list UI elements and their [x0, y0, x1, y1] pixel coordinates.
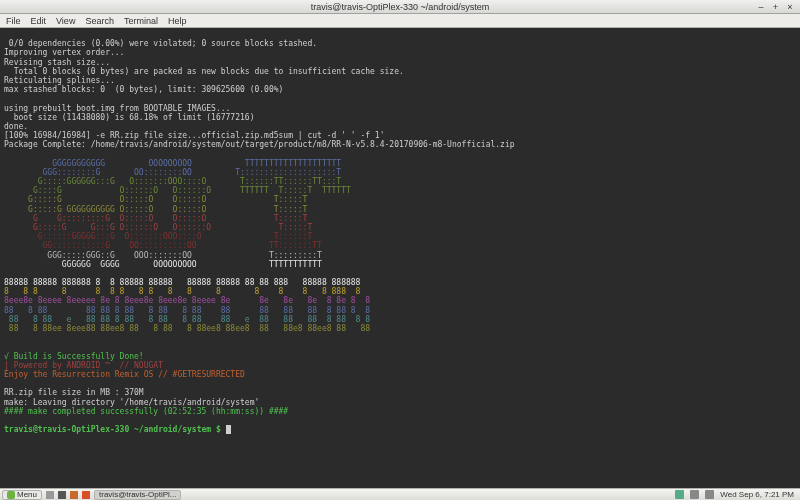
- terminal-launcher-icon[interactable]: [58, 491, 66, 499]
- rr-art-line: 88 8 88 e 88 88 8 88 8 88 8 88 88 e 88 8…: [4, 315, 370, 324]
- output-line: [100% 16984/16984] -e RR.zip file size..…: [4, 131, 385, 140]
- output-line: max stashed blocks: 0 (0 bytes), limit: …: [4, 85, 283, 94]
- show-desktop-icon[interactable]: [46, 491, 54, 499]
- window-controls: – + ×: [740, 2, 800, 12]
- ascii-art-line: G G:::::::::G O:::::O O:::::O T:::::T: [4, 214, 307, 223]
- ascii-art-line: GGGGGGGGGGG OOOOOOOOO TTTTTTTTTTTTTTTTTT…: [4, 159, 341, 168]
- rr-art-line: 88888 88888 888888 8 8 88888 88888 88888…: [4, 278, 360, 287]
- rr-art-line: 8 8 8 8 8 8 8 8 8 8 8 8 8 8 8 8 888 8: [4, 287, 360, 296]
- menu-file[interactable]: File: [6, 16, 21, 26]
- ascii-art-line: G:::::G O:::::O O:::::O T:::::T: [4, 195, 307, 204]
- minimize-button[interactable]: –: [755, 2, 767, 12]
- mint-logo-icon: [7, 491, 15, 499]
- build-success-line: √ Build is Successfully Done!: [4, 352, 144, 361]
- output-line: Improving vertex order...: [4, 48, 124, 57]
- maximize-button[interactable]: +: [769, 2, 781, 12]
- menu-view[interactable]: View: [56, 16, 75, 26]
- menu-edit[interactable]: Edit: [31, 16, 47, 26]
- cursor-icon: [226, 425, 231, 434]
- menu-terminal[interactable]: Terminal: [124, 16, 158, 26]
- menu-search[interactable]: Search: [85, 16, 114, 26]
- output-line: using prebuilt boot.img from BOOTABLE IM…: [4, 104, 230, 113]
- make-completed-line: #### make completed successfully (02:52:…: [4, 407, 288, 416]
- start-menu-button[interactable]: Menu: [2, 490, 42, 500]
- ascii-art-line: G:::::G GGGGGGGGGG O:::::O O:::::O T::::…: [4, 205, 307, 214]
- taskbar-app-terminal[interactable]: travis@travis-OptiPl...: [94, 490, 181, 500]
- output-line: boot size (11438080) is 68.18% of limit …: [4, 113, 254, 122]
- rr-art-line: 88 8 88ee 8eee88 88ee8 88 8 88 8 88ee8 8…: [4, 324, 370, 333]
- terminal-output[interactable]: 0/0 dependencies (0.00%) were violated; …: [0, 28, 800, 488]
- enjoy-line: Enjoy the Resurrection Remix OS // #GETR…: [4, 370, 245, 379]
- prompt-user-host: travis@travis-OptiPlex-330: [4, 425, 129, 434]
- ascii-art-line: G:::::G G:::G O::::::O O::::::O T:::::T: [4, 223, 312, 232]
- taskbar-app-label: travis@travis-OptiPl...: [99, 490, 176, 499]
- taskbar: Menu travis@travis-OptiPl... Wed Sep 6, …: [0, 488, 800, 500]
- ascii-art-line: GGGGGG GGGG OOOOOOOOO TTTTTTTTTTT: [4, 260, 322, 269]
- files-launcher-icon[interactable]: [70, 491, 78, 499]
- update-tray-icon[interactable]: [675, 490, 684, 499]
- clock[interactable]: Wed Sep 6, 7:21 PM: [720, 490, 794, 499]
- ascii-art-line: G::::::GGGGG:::G O:::::::OOO::::O T:::::…: [4, 232, 312, 241]
- menubar: File Edit View Search Terminal Help: [0, 14, 800, 28]
- close-button[interactable]: ×: [784, 2, 796, 12]
- ascii-art-line: G:::::GGGGGG:::G O:::::::OOO::::O T:::::…: [4, 177, 341, 186]
- rr-art-line: 8eee8e 8eeee 8eeeee 8e 8 8eee8e 8eee8e 8…: [4, 296, 370, 305]
- ascii-art-line: GGG:::::GGG::G OOO:::::::OO T:::::::::T: [4, 251, 322, 260]
- ascii-art-line: GGG::::::::G OO::::::::OO T:::::::::::::…: [4, 168, 341, 177]
- output-line: Total 0 blocks (0 bytes) are packed as n…: [4, 67, 404, 76]
- rr-art-line: 88 8 88 88 88 8 88 8 88 8 88 88 88 88 88…: [4, 306, 370, 315]
- output-line: 0/0 dependencies (0.00%) were violated; …: [4, 39, 317, 48]
- window-title: travis@travis-OptiPlex-330 ~/android/sys…: [60, 2, 740, 12]
- output-line: Revising stash size...: [4, 58, 110, 67]
- volume-tray-icon[interactable]: [705, 490, 714, 499]
- output-line: Reticulating splines...: [4, 76, 115, 85]
- network-tray-icon[interactable]: [690, 490, 699, 499]
- window-titlebar: travis@travis-OptiPlex-330 ~/android/sys…: [0, 0, 800, 14]
- prompt-path: ~/android/system $: [129, 425, 225, 434]
- make-leave-line: make: Leaving directory '/home/travis/an…: [4, 398, 259, 407]
- output-line: Package Complete: /home/travis/android/s…: [4, 140, 515, 149]
- firefox-launcher-icon[interactable]: [82, 491, 90, 499]
- ascii-art-line: G::::G O::::::O O::::::O TTTTTT T:::::T …: [4, 186, 351, 195]
- powered-by-line: | Powered by ANDROID ™ // NOUGAT: [4, 361, 163, 370]
- zip-size-line: RR.zip file size in MB : 370M: [4, 388, 144, 397]
- start-menu-label: Menu: [17, 490, 37, 499]
- output-line: done.: [4, 122, 28, 131]
- prompt-line[interactable]: travis@travis-OptiPlex-330 ~/android/sys…: [4, 425, 231, 434]
- menu-help[interactable]: Help: [168, 16, 187, 26]
- ascii-art-line: GG:::::::::::G OO::::::::::OO TT:::::::T…: [4, 241, 322, 250]
